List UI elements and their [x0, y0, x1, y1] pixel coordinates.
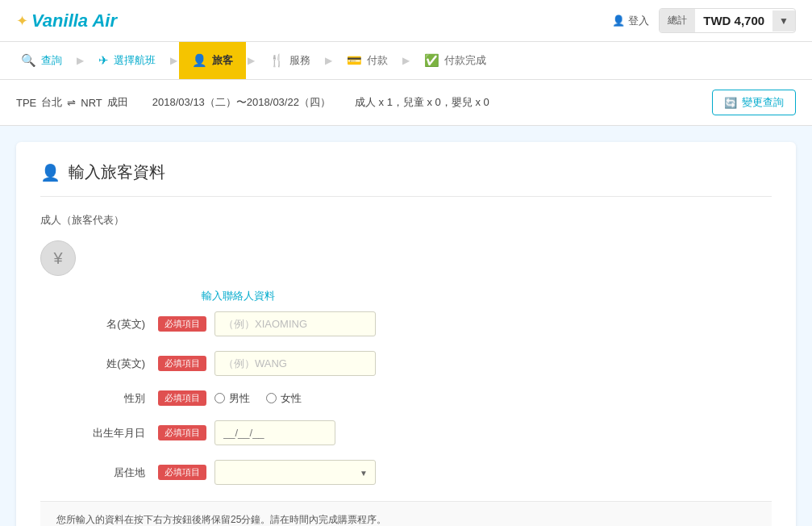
gender-male-radio[interactable]	[214, 393, 225, 403]
dob-required-badge: 必填項目	[158, 425, 206, 440]
flight-icon: ✈	[98, 53, 109, 68]
gender-female-option[interactable]: 女性	[266, 391, 302, 406]
gender-radio-group: 男性 女性	[214, 391, 302, 406]
refresh-icon: 🔄	[724, 97, 737, 109]
save-notice: 您所輸入的資料在按下右方按鈕後將保留25分鐘。請在時間內完成購票程序。	[56, 513, 756, 526]
contact-info-link[interactable]: 輸入聯絡人資料	[202, 289, 772, 303]
total-label: 總計	[660, 9, 695, 32]
gender-female-label: 女性	[281, 391, 302, 406]
first-name-required-badge: 必填項目	[158, 316, 206, 332]
passenger-title-icon: 👤	[40, 163, 60, 182]
step-select-flight[interactable]: ✈ 選擇航班	[85, 42, 169, 79]
route-dates: 2018/03/13（二）〜2018/03/22（四）	[152, 95, 331, 110]
form-card: 👤 輸入旅客資料 成人（旅客代表） ¥ 輸入聯絡人資料 名(英文) 必填項目 姓…	[16, 142, 796, 526]
route-info: TPE 台北 ⇌ NRT 成田 2018/03/13（二）〜2018/03/22…	[16, 95, 489, 110]
step-passenger[interactable]: 👤 旅客	[179, 42, 246, 79]
from-name: 台北	[41, 95, 62, 110]
step-services[interactable]: 🍴 服務	[256, 42, 323, 79]
last-name-required-badge: 必填項目	[158, 356, 206, 371]
first-name-input[interactable]	[214, 311, 376, 336]
last-name-input[interactable]	[214, 351, 376, 376]
form-title: 👤 輸入旅客資料	[40, 161, 772, 197]
chevron-down-icon[interactable]: ▼	[772, 10, 795, 31]
first-name-label: 名(英文)	[48, 317, 145, 332]
dob-input[interactable]	[214, 420, 335, 445]
gender-male-label: 男性	[229, 391, 250, 406]
residence-row: 居住地 必填項目	[40, 460, 772, 485]
last-name-row: 姓(英文) 必填項目	[40, 351, 772, 376]
dob-label: 出生年月日	[48, 426, 145, 440]
total-amount: TWD 4,700	[695, 9, 772, 32]
step-flight-label: 選擇航班	[114, 53, 156, 68]
residence-label: 居住地	[48, 465, 145, 480]
main-content: 👤 輸入旅客資料 成人（旅客代表） ¥ 輸入聯絡人資料 名(英文) 必填項目 姓…	[0, 126, 812, 526]
change-query-label: 變更查詢	[742, 95, 784, 110]
logo-star-icon: ✦	[16, 12, 28, 30]
from-code: TPE	[16, 97, 36, 109]
search-icon: 🔍	[21, 53, 36, 68]
payment-icon: 💳	[347, 53, 362, 68]
step-arrow-2: ▶	[169, 55, 179, 66]
header-right: 👤 登入 總計 TWD 4,700 ▼	[612, 8, 796, 33]
logo: ✦ Vanilla Air	[16, 10, 117, 31]
step-payment[interactable]: 💳 付款	[334, 42, 401, 79]
step-services-label: 服務	[289, 53, 310, 68]
login-icon: 👤	[612, 15, 625, 27]
step-query[interactable]: 🔍 查詢	[8, 42, 75, 79]
last-name-label: 姓(英文)	[48, 357, 145, 371]
gender-label: 性別	[48, 391, 145, 406]
first-name-row: 名(英文) 必填項目	[40, 311, 772, 336]
dob-row: 出生年月日 必填項目	[40, 420, 772, 445]
login-button[interactable]: 👤 登入	[612, 14, 649, 28]
residence-select-wrapper	[214, 460, 376, 485]
to-name: 成田	[107, 95, 128, 110]
route-bar: TPE 台北 ⇌ NRT 成田 2018/03/13（二）〜2018/03/22…	[0, 80, 812, 126]
step-arrow-4: ▶	[323, 55, 334, 66]
logo-text: Vanilla Air	[31, 10, 117, 31]
to-code: NRT	[81, 97, 102, 109]
step-query-label: 查詢	[41, 53, 62, 68]
avatar: ¥	[40, 240, 76, 276]
form-title-text: 輸入旅客資料	[69, 161, 165, 183]
payment-done-icon: ✅	[424, 53, 439, 68]
step-arrow-5: ▶	[401, 55, 411, 66]
step-arrow-1: ▶	[75, 55, 85, 66]
change-query-button[interactable]: 🔄 變更查詢	[712, 90, 796, 115]
step-arrow-3: ▶	[246, 55, 256, 66]
steps-nav: 🔍 查詢 ▶ ✈ 選擇航班 ▶ 👤 旅客 ▶ 🍴 服務 ▶ 💳 付款 ▶ ✅ 付…	[0, 42, 812, 80]
save-section: 您所輸入的資料在按下右方按鈕後將保留25分鐘。請在時間內完成購票程序。 儲存旅客…	[40, 501, 772, 526]
route-arrow-icon: ⇌	[67, 97, 76, 109]
route-passengers: 成人 x 1，兒童 x 0，嬰兒 x 0	[355, 95, 489, 110]
gender-required-badge: 必填項目	[158, 390, 206, 406]
gender-female-radio[interactable]	[266, 393, 277, 403]
route-airports: TPE 台北 ⇌ NRT 成田	[16, 95, 128, 110]
section-label: 成人（旅客代表）	[40, 213, 772, 228]
residence-required-badge: 必填項目	[158, 465, 206, 480]
header: ✦ Vanilla Air 👤 登入 總計 TWD 4,700 ▼	[0, 0, 812, 42]
services-icon: 🍴	[269, 53, 285, 68]
step-payment-done-label: 付款完成	[444, 53, 486, 68]
residence-select[interactable]	[214, 460, 376, 485]
gender-row: 性別 必填項目 男性 女性	[40, 390, 772, 406]
total-box: 總計 TWD 4,700 ▼	[659, 8, 796, 33]
step-payment-label: 付款	[367, 53, 388, 68]
login-label: 登入	[628, 14, 649, 28]
passenger-icon: 👤	[192, 53, 207, 68]
gender-male-option[interactable]: 男性	[214, 391, 250, 406]
step-passenger-label: 旅客	[212, 53, 233, 68]
step-payment-done[interactable]: ✅ 付款完成	[411, 42, 499, 79]
